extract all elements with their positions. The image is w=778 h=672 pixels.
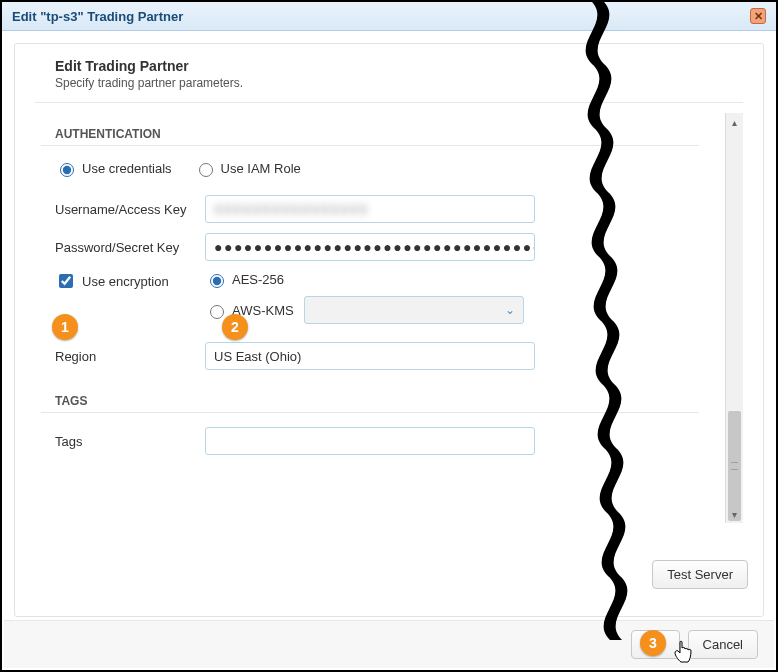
vertical-scrollbar[interactable]: ▴ ▾ xyxy=(725,113,743,523)
label-region: Region xyxy=(55,349,205,364)
input-tags[interactable] xyxy=(205,427,535,455)
radio-input[interactable] xyxy=(210,305,224,319)
close-icon[interactable]: ✕ xyxy=(750,8,766,24)
radio-input[interactable] xyxy=(199,163,213,177)
select-region[interactable]: US East (Ohio) xyxy=(205,342,535,370)
row-encryption: Use encryption AES-256 xyxy=(55,271,699,324)
select-kms-key[interactable]: ⌄ xyxy=(304,296,524,324)
inner-panel: Edit Trading Partner Specify trading par… xyxy=(14,43,764,617)
form-area: AUTHENTICATION Use credentials Use IAM R… xyxy=(35,113,725,523)
divider xyxy=(35,102,743,103)
divider xyxy=(41,412,699,413)
encryption-toggle: Use encryption xyxy=(55,271,205,291)
chevron-down-icon: ⌄ xyxy=(505,303,515,317)
input-username[interactable]: XXXXXXXXXXXXXXXX xyxy=(205,195,535,223)
window-title: Edit "tp-s3" Trading Partner xyxy=(12,9,183,24)
radio-label: Use IAM Role xyxy=(221,161,301,176)
dialog-window: Edit "tp-s3" Trading Partner ✕ Edit Trad… xyxy=(0,0,778,672)
callout-badge-2: 2 xyxy=(222,314,248,340)
radio-input[interactable] xyxy=(60,163,74,177)
dialog-body: Edit Trading Partner Specify trading par… xyxy=(2,31,776,669)
label-username: Username/Access Key xyxy=(55,202,205,217)
scroll-up-arrow-icon[interactable]: ▴ xyxy=(726,113,743,131)
panel-button-bar: Test Server xyxy=(652,560,748,589)
scroll-container: AUTHENTICATION Use credentials Use IAM R… xyxy=(35,113,743,523)
section-label-authentication: AUTHENTICATION xyxy=(55,127,699,141)
select-value: US East (Ohio) xyxy=(214,349,301,364)
checkbox-use-encryption[interactable] xyxy=(59,274,73,288)
auth-mode-group: Use credentials Use IAM Role xyxy=(55,160,699,177)
callout-badge-1: 1 xyxy=(52,314,78,340)
radio-use-credentials[interactable]: Use credentials xyxy=(55,160,172,177)
test-server-button[interactable]: Test Server xyxy=(652,560,748,589)
row-username: Username/Access Key XXXXXXXXXXXXXXXX xyxy=(55,195,699,223)
scroll-down-arrow-icon[interactable]: ▾ xyxy=(726,505,743,523)
radio-label: AES-256 xyxy=(232,272,284,287)
scroll-track[interactable] xyxy=(726,131,743,505)
label-password: Password/Secret Key xyxy=(55,240,205,255)
callout-badge-3: 3 xyxy=(640,630,666,656)
input-password[interactable]: ●●●●●●●●●●●●●●●●●●●●●●●●●●●●●●●●●●●●●●●● xyxy=(205,233,535,261)
checkbox-label: Use encryption xyxy=(82,274,169,289)
row-region: Region US East (Ohio) xyxy=(55,342,699,370)
row-password: Password/Secret Key ●●●●●●●●●●●●●●●●●●●●… xyxy=(55,233,699,261)
cancel-button[interactable]: Cancel xyxy=(688,630,758,659)
panel-subtitle: Specify trading partner parameters. xyxy=(55,76,723,90)
radio-use-iam-role[interactable]: Use IAM Role xyxy=(194,160,301,177)
panel-title: Edit Trading Partner xyxy=(55,58,723,74)
panel-header: Edit Trading Partner Specify trading par… xyxy=(55,58,723,90)
radio-label: Use credentials xyxy=(82,161,172,176)
label-tags: Tags xyxy=(55,434,205,449)
radio-input[interactable] xyxy=(210,274,224,288)
divider xyxy=(41,145,699,146)
radio-aes-256[interactable]: AES-256 xyxy=(205,271,284,288)
titlebar: Edit "tp-s3" Trading Partner ✕ xyxy=(2,2,776,31)
radio-aws-kms[interactable]: AWS-KMS xyxy=(205,302,294,319)
row-tags: Tags xyxy=(55,427,699,455)
encryption-options: AES-256 AWS-KMS ⌄ xyxy=(205,271,524,324)
section-label-tags: TAGS xyxy=(55,394,699,408)
